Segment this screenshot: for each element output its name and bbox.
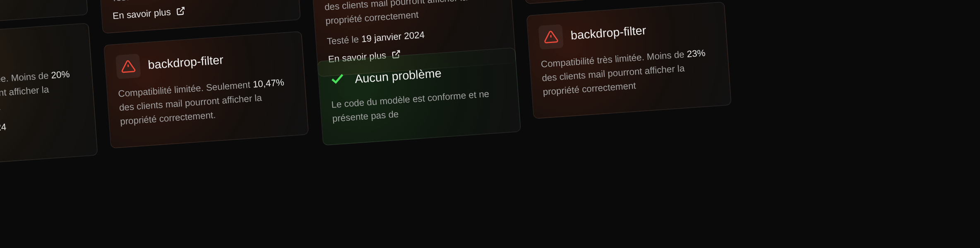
compat-desc: Compatibilité très limitée. Moins de 20%… (323, 0, 502, 28)
warning-icon (115, 54, 141, 79)
compat-desc: Compatibilité limitée. Seulement 10,47% … (118, 75, 296, 129)
svg-line-8 (180, 7, 184, 12)
property-title: backdrop-filter (570, 23, 646, 42)
tested-line: Testé le 19 janvier 2024 (327, 24, 503, 46)
tested-line: Testé le 19 janvier 2024 (0, 116, 84, 138)
ok-card: Aucun problème Le code du modèle est con… (317, 48, 521, 146)
compat-desc: Compatibilité très limitée. Moins de 20%… (0, 67, 83, 120)
warning-icon (538, 24, 564, 49)
tested-line: Testé le 21 mars 2024 (111, 0, 287, 3)
compat-card: Compatibilité limitée. Seulement 47% des… (96, 0, 301, 34)
compat-desc: Compatibilité très limitée. Moins de 23%… (540, 45, 719, 99)
ok-title: Aucun problème (354, 66, 442, 86)
compat-card: backdrop-filter Compatibilité limitée. S… (103, 31, 309, 148)
compat-card: opacity Compatibilité très limitée. Moin… (0, 23, 98, 169)
learn-more-link[interactable]: En savoir plus (112, 5, 185, 21)
check-icon (329, 71, 346, 90)
svg-line-13 (395, 50, 400, 55)
property-title: backdrop-filter (147, 53, 223, 72)
compat-card: backdrop-filter Compatibilité très limit… (526, 2, 731, 119)
external-link-icon (176, 6, 186, 16)
ok-desc: Le code du modèle est conforme et ne pré… (331, 86, 508, 126)
